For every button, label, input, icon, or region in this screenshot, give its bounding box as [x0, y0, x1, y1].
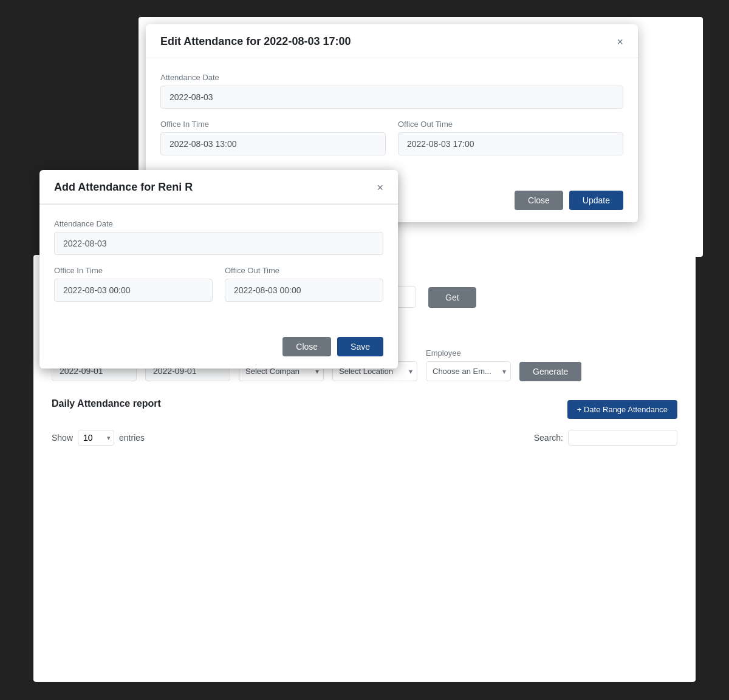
edit-office-out-label: Office Out Time [398, 120, 623, 129]
entries-label: entries [119, 433, 145, 443]
edit-close-button[interactable]: Close [515, 191, 563, 210]
add-attendance-date-input[interactable] [54, 232, 383, 255]
add-office-out-label: Office Out Time [225, 266, 383, 275]
search-label: Search: [534, 433, 563, 443]
add-modal-close-button[interactable]: × [377, 182, 383, 193]
edit-office-in-label: Office In Time [160, 120, 386, 129]
add-office-in-label: Office In Time [54, 266, 213, 275]
add-close-button[interactable]: Close [282, 337, 331, 356]
show-label: Show [52, 433, 73, 443]
daily-attendance-title: Daily Attendance report [52, 398, 161, 409]
edit-update-button[interactable]: Update [569, 191, 623, 210]
edit-modal-header: Edit Attendance for 2022-08-03 17:00 × [146, 24, 638, 58]
add-modal-header: Add Attendance for Reni R × [39, 170, 398, 204]
entries-select[interactable]: 10 [78, 430, 114, 446]
edit-modal-title: Edit Attendance for 2022-08-03 17:00 [160, 35, 351, 48]
employee-label: Employee [426, 348, 511, 358]
get-button[interactable]: Get [428, 287, 476, 308]
date-range-button[interactable]: + Date Range Attendance [567, 400, 677, 419]
employee-select[interactable]: Choose an Em... [426, 361, 511, 381]
edit-modal-close-button[interactable]: × [617, 36, 623, 47]
edit-office-in-input[interactable] [160, 132, 386, 155]
edit-attendance-date-input[interactable] [160, 86, 623, 109]
add-office-in-input[interactable] [54, 279, 213, 302]
generate-button[interactable]: Generate [519, 362, 581, 381]
add-modal-title: Add Attendance for Reni R [54, 181, 193, 194]
add-attendance-date-label: Attendance Date [54, 219, 383, 228]
edit-attendance-date-label: Attendance Date [160, 73, 623, 82]
add-save-button[interactable]: Save [337, 337, 383, 356]
add-office-out-input[interactable] [225, 279, 383, 302]
edit-office-out-input[interactable] [398, 132, 623, 155]
search-input[interactable] [568, 430, 677, 446]
